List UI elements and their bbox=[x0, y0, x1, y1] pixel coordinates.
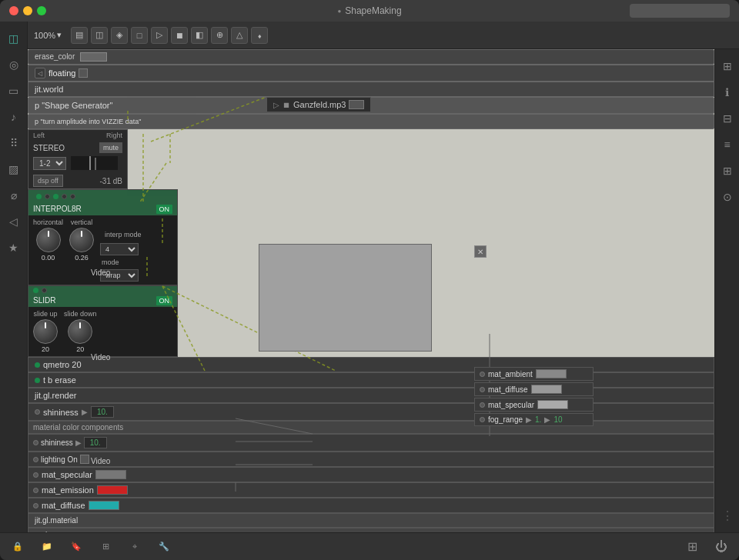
titlebar: ShapeMaking bbox=[0, 0, 739, 22]
toolbar-btn-7[interactable]: ◧ bbox=[191, 27, 208, 44]
slidr-node: SLIDR ON slide up 20 slide down bbox=[28, 285, 178, 357]
erase-color-node: erase_color bbox=[28, 49, 714, 65]
jit-gl-render-node: jit.gl.render bbox=[28, 388, 714, 403]
close-panel-button[interactable]: ✕ bbox=[474, 245, 487, 258]
channel-select[interactable]: 1-2 bbox=[33, 157, 66, 170]
mat-emission-node: mat_emission bbox=[28, 482, 714, 498]
search-input[interactable] bbox=[634, 6, 725, 15]
amplitude-node: p "turn amplitude into VIZZIE data" bbox=[28, 114, 714, 129]
folder-icon[interactable]: 📁 bbox=[38, 538, 55, 555]
toolbar-btn-8[interactable]: ⊕ bbox=[211, 27, 228, 44]
slidr-port-1 bbox=[33, 288, 38, 293]
toolbar-btn-1[interactable]: ▤ bbox=[71, 27, 88, 44]
right-info-icon[interactable]: ℹ bbox=[717, 82, 738, 103]
mat-specular-node: mat_specular bbox=[28, 467, 714, 482]
right-camera-icon[interactable]: ⊙ bbox=[717, 186, 738, 208]
diffuse-color-swatch bbox=[89, 501, 119, 510]
slide-down-knob: slide down 20 bbox=[64, 310, 97, 353]
lighting-node: lighting On bbox=[28, 452, 714, 467]
mat-color-components: material color components bbox=[28, 421, 714, 434]
power-icon[interactable]: ⏻ bbox=[713, 538, 730, 555]
right-grid2-icon[interactable]: ⊞ bbox=[717, 160, 738, 182]
toolbar-btn-9[interactable]: △ bbox=[231, 27, 248, 44]
mat-diffuse-node: mat_diffuse bbox=[28, 498, 714, 513]
speaker-icon[interactable]: ⊞ bbox=[684, 538, 701, 555]
toolbar-btn-4[interactable]: □ bbox=[131, 27, 148, 44]
toolbar-btn-6[interactable]: ⏹ bbox=[171, 27, 188, 44]
port-1 bbox=[36, 194, 42, 199]
slidr-port-2 bbox=[42, 288, 47, 293]
window-title: ShapeMaking bbox=[337, 5, 401, 16]
tb-erase-node: t b erase bbox=[28, 372, 714, 388]
right-grid-icon[interactable]: ⊞ bbox=[717, 55, 738, 77]
jit-world-node: jit.world bbox=[28, 82, 714, 97]
port-3 bbox=[53, 194, 59, 199]
video-label-1: Video bbox=[91, 268, 110, 277]
bottom-bar: 🔒 📁 🔖 ⊞ ⌖ 🔧 ⊞ ⏻ bbox=[0, 532, 739, 560]
port-2 bbox=[45, 194, 50, 199]
shininess-small-value: 10. bbox=[84, 437, 107, 448]
shininess-small-node: shininess ▶ 10. bbox=[28, 434, 714, 452]
shininess-port bbox=[35, 409, 40, 415]
toolbar-btn-5[interactable]: ▷ bbox=[151, 27, 168, 44]
preview-box bbox=[259, 244, 432, 352]
port-5 bbox=[70, 194, 75, 199]
right-layout-icon[interactable]: ⊟ bbox=[717, 108, 738, 129]
maximize-button[interactable] bbox=[37, 6, 46, 15]
toolbar-btn-3[interactable]: ◈ bbox=[111, 27, 128, 44]
mat-diffuse-right-node: mat_diffuse bbox=[474, 382, 594, 396]
right-sidebar: ⊞ ℹ ⊟ ≡ ⊞ ⊙ ⋮ bbox=[714, 49, 739, 532]
floating-node: ◁ floating bbox=[28, 65, 714, 82]
app-window: ShapeMaking ◫ ◎ ▭ ♪ ⠿ ▨ ⌀ ◁ ★ 100% ▾ bbox=[0, 0, 739, 560]
mat-ambient-node: mat_ambient bbox=[474, 367, 594, 381]
canvas[interactable]: erase_color ◁ floating jit.world bbox=[28, 49, 714, 532]
lasso-icon[interactable]: ⌖ bbox=[126, 538, 143, 555]
music-icon[interactable]: ♪ bbox=[3, 106, 25, 128]
dsp-off-button[interactable]: dsp off bbox=[33, 175, 63, 187]
right-scroll-indicator: ⋮ bbox=[717, 505, 738, 526]
paperclip-icon[interactable]: ⌀ bbox=[3, 185, 25, 206]
grid-dots-icon[interactable]: ⠿ bbox=[3, 132, 25, 154]
shininess-main-node: shininess ▶ 10. bbox=[28, 403, 714, 421]
minimize-button[interactable] bbox=[23, 6, 32, 15]
emission-color-swatch bbox=[97, 485, 128, 495]
mute-button[interactable]: mute bbox=[99, 142, 122, 153]
cube-icon[interactable]: ◫ bbox=[3, 28, 25, 49]
shininess-main-value: 10. bbox=[91, 406, 114, 418]
horizontal-knob: horizontal 0.00 bbox=[33, 218, 63, 282]
stereo-node: Left Right STEREO mute 1-2 bbox=[28, 129, 128, 189]
shape-node: shape --- bbox=[28, 528, 714, 532]
grid-icon[interactable]: ⊞ bbox=[97, 538, 114, 555]
star-icon[interactable]: ★ bbox=[3, 237, 25, 258]
fog-range-node: fog_range ▶ 1. ▶ 10 bbox=[474, 413, 594, 426]
monitor-icon[interactable]: ▭ bbox=[3, 80, 25, 102]
lock-icon[interactable]: 🔒 bbox=[9, 538, 26, 555]
video-label-2: Video bbox=[91, 353, 110, 362]
qmetro-node: qmetro 20 bbox=[28, 357, 714, 372]
image-icon[interactable]: ▨ bbox=[3, 158, 25, 180]
mat-specular-right-node: mat_specular bbox=[474, 398, 594, 412]
tb-port bbox=[35, 378, 40, 383]
video-label-3: Video bbox=[91, 457, 110, 465]
search-bar[interactable] bbox=[630, 4, 730, 18]
jit-gl-material-node: jit.gl.material bbox=[28, 513, 714, 528]
wrench-icon[interactable]: 🔧 bbox=[155, 538, 172, 555]
qmetro-port bbox=[35, 362, 40, 368]
close-button[interactable] bbox=[9, 6, 18, 15]
target-icon[interactable]: ◎ bbox=[3, 54, 25, 75]
arrow-icon[interactable]: ◁ bbox=[3, 211, 25, 232]
interp-mode-select[interactable]: 4 bbox=[100, 243, 139, 255]
toolbar-btn-10[interactable]: ⬧ bbox=[251, 27, 268, 44]
db-display: -31 dB bbox=[100, 177, 122, 185]
bookmark-icon[interactable]: 🔖 bbox=[68, 538, 85, 555]
floating-checkbox[interactable] bbox=[79, 68, 88, 78]
audio-node: ▷ ⏹ Ganzfeld.mp3 bbox=[266, 97, 371, 112]
lighting-checkbox[interactable] bbox=[80, 455, 89, 464]
right-list-icon[interactable]: ≡ bbox=[717, 134, 738, 155]
toolbar-btn-2[interactable]: ◫ bbox=[91, 27, 108, 44]
port-4 bbox=[62, 194, 67, 199]
traffic-lights bbox=[9, 6, 46, 15]
zoom-display: 100% ▾ bbox=[34, 30, 62, 40]
slide-up-knob: slide up 20 bbox=[33, 310, 58, 353]
top-toolbar: 100% ▾ ▤ ◫ ◈ □ ▷ ⏹ ◧ ⊕ △ ⬧ bbox=[28, 22, 739, 49]
